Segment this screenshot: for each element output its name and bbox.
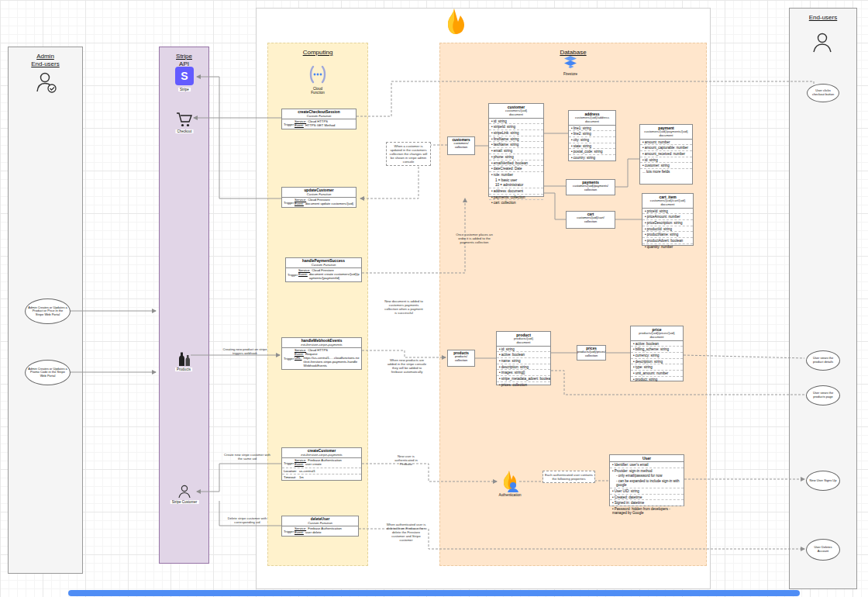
stripe-customer-label: Stripe Customer <box>170 500 199 504</box>
lane-end-users-title: End-users <box>790 9 856 22</box>
note-customer-update[interactable]: When a customer is updated in the custom… <box>386 142 431 166</box>
field: unit_amount: number <box>631 370 683 376</box>
entity-user[interactable]: User Identifier: user's email Provider: … <box>609 454 684 506</box>
authentication-icon[interactable] <box>500 471 520 492</box>
function-subtitle: Custom Function <box>283 115 355 119</box>
cloud-user-deletes-account[interactable]: User Deletes Account <box>806 539 840 561</box>
products-icon[interactable] <box>176 348 191 367</box>
field: amount_capturable: number <box>640 144 692 150</box>
field: Signed in: datetime <box>610 499 684 506</box>
function-handlePaymentSuccess[interactable]: handlePaymentSuccess Custom Function Tri… <box>285 257 362 282</box>
entity-customer[interactable]: customer customers/{uid} document id: st… <box>488 103 544 197</box>
function-createCheckoutSession[interactable]: createCheckoutSession Custom Function Tr… <box>281 109 356 129</box>
field: state: string <box>569 143 615 149</box>
cloud-view-product-details[interactable]: User views the product details <box>806 350 840 371</box>
field: lastName: string <box>489 141 543 147</box>
field: emailVerified: boolean <box>489 160 543 166</box>
function-deleteUser[interactable]: deleteUser Custom Function Trigger Servi… <box>281 516 359 537</box>
collection-cart[interactable]: cart customers/{uid}/cart/ collection <box>566 211 615 229</box>
note-delete-stripe-customer[interactable]: Delete stripe customer with correspondin… <box>222 516 273 524</box>
collection-products[interactable]: products products/ collection <box>447 350 475 367</box>
field: stripe_metadata_advert: boolean <box>497 375 550 381</box>
field: description: string <box>631 358 683 364</box>
field: Created: datetime <box>610 494 684 500</box>
field: customer: string <box>640 162 692 168</box>
note-payment-success[interactable]: New document is added to customers payme… <box>384 299 423 315</box>
trigger-label: Trigger <box>283 120 294 128</box>
products-label: Products <box>175 368 192 371</box>
field: - can be expanded to include sign-in wit… <box>610 478 684 488</box>
function-createCustomer[interactable]: createCustomer ext-firestore-stripe-paym… <box>281 447 362 481</box>
end-user-icon[interactable] <box>811 31 834 54</box>
field: currency: string <box>631 352 683 358</box>
field: billing_scheme: string <box>631 346 683 352</box>
stripe-customer-icon[interactable] <box>177 484 192 499</box>
entity-cart-item[interactable]: cart_item customers/{uid}/cart/{uid} doc… <box>642 193 694 246</box>
note-user-delete[interactable]: When authenticated user is deleted from … <box>385 523 427 542</box>
field: id: string <box>497 347 550 352</box>
authentication-label: Authentication <box>490 493 530 497</box>
field: dateCreated: Date <box>489 165 543 171</box>
horizontal-scrollbar[interactable] <box>68 590 800 596</box>
collection-prices[interactable]: prices products/{uid}/prices/ collection <box>577 345 606 361</box>
field: address: document <box>489 188 543 194</box>
field: postal_code: string <box>569 148 615 154</box>
checkout-cart-icon[interactable] <box>175 112 194 129</box>
note-auth-properties[interactable]: Each authenticated user contains the fol… <box>542 471 595 483</box>
field: description: string <box>497 364 550 370</box>
cloud-new-user-signup[interactable]: New User Signs Up <box>806 471 840 491</box>
field: stripeLink: string <box>489 129 543 136</box>
diagram-canvas[interactable]: AdminEnd-users StripeAPI Computing Datab… <box>0 0 868 597</box>
stripe-logo[interactable]: S <box>175 67 194 85</box>
stripe-logo-label: Stripe <box>178 88 191 91</box>
field: amount: number <box>640 140 692 145</box>
field: productId: string <box>642 226 693 232</box>
field: ... lots more fields <box>640 168 692 174</box>
field: role: number <box>489 171 543 178</box>
field: name: string <box>497 357 550 364</box>
firestore-icon[interactable] <box>564 56 577 71</box>
stripe-logo-letter: S <box>181 70 188 82</box>
field: stripeId: string <box>489 123 543 129</box>
lane-stripe-title: StripeAPI <box>160 47 208 68</box>
entity-price[interactable]: price products/{uid}/prices/{uid} docume… <box>630 326 684 381</box>
function-handleWebhookEvents[interactable]: handleWebhookEvents ext-firestore-stripe… <box>281 337 362 370</box>
field: id: string <box>489 119 543 124</box>
note-order-payment[interactable]: Once customer places an order it is adde… <box>456 233 493 244</box>
note-create-stripe-customer[interactable]: Create new stripe customer with the same… <box>222 453 273 461</box>
admin-user-icon[interactable] <box>34 70 59 95</box>
field: country: string <box>569 154 615 160</box>
lane-admin-title: AdminEnd-users <box>9 47 82 68</box>
field: city: string <box>569 136 615 143</box>
note-webhook-trigger[interactable]: Creating new product on stripe triggers … <box>219 347 271 355</box>
collection-customers[interactable]: customers customers/ collection <box>447 136 475 155</box>
cloud-admin-product-price[interactable]: Admin Creates or Updates a Product or Pr… <box>25 298 71 324</box>
field: User UID: string <box>610 488 684 494</box>
field: cart: collection <box>489 199 543 205</box>
field: product: string <box>631 376 683 382</box>
firestore-label: Firestore <box>550 72 591 76</box>
field: payments: collection <box>489 194 543 200</box>
field: 1 = basic user <box>489 178 543 183</box>
function-updateCustomer[interactable]: updateCustomer Custom Function Trigger S… <box>281 187 356 208</box>
field: images: string[] <box>497 369 550 375</box>
note-products-sync[interactable]: When new products are added in the strip… <box>387 358 427 374</box>
field: active: boolean <box>631 341 683 347</box>
field: productName: string <box>642 231 693 237</box>
cloud-checkout-click[interactable]: User clicks checkout button <box>807 84 839 102</box>
field: - only email/password for now <box>610 473 684 478</box>
note-new-user-auth[interactable]: New user is authenticated in Firebase <box>388 454 424 466</box>
field: Identifier: user's email <box>610 462 684 468</box>
firebase-logo-icon <box>443 9 468 36</box>
field: quantity: number <box>642 243 693 250</box>
cloud-view-products-page[interactable]: User views the products page <box>806 385 840 405</box>
collection-payments[interactable]: payments customers/{uid}/payments/ colle… <box>566 179 615 195</box>
field: id: string <box>640 157 692 163</box>
cloud-function-icon[interactable] <box>307 64 329 85</box>
cloud-admin-promo-code[interactable]: Admin Creates or Updates a Promo Code in… <box>25 360 71 385</box>
entity-payment[interactable]: payment customers/{uid}/payments/{uid} d… <box>639 124 693 185</box>
checkout-label: Checkout <box>175 129 193 133</box>
entity-product[interactable]: product products/{uid} document id: stri… <box>496 331 551 385</box>
entity-address[interactable]: address customers/{uid}/address document… <box>568 110 616 161</box>
field: line2: string <box>569 130 615 136</box>
